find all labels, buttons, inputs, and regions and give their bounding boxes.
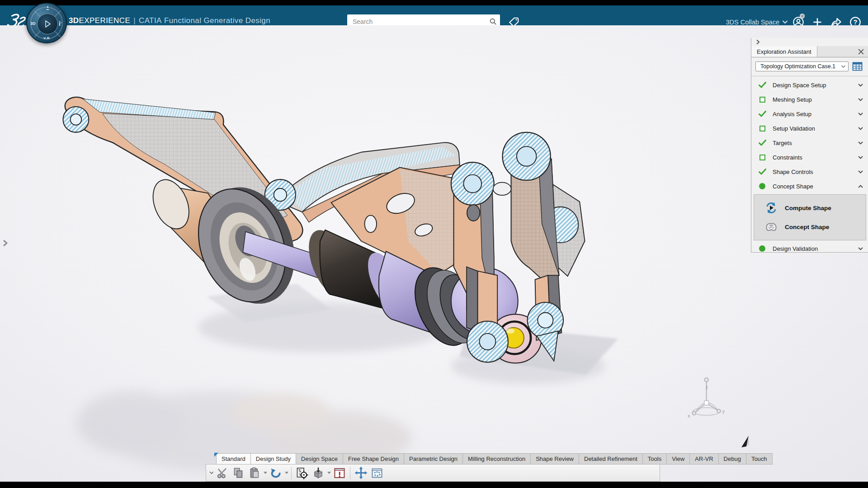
toolbar-overflow-chevron[interactable] bbox=[209, 465, 214, 480]
axis-x-label: x bbox=[688, 413, 690, 418]
pending-square-icon bbox=[758, 155, 767, 160]
chevron-down-icon[interactable] bbox=[858, 84, 863, 87]
exploration-assistant-panel: Exploration Assistant Topology Optimizat… bbox=[751, 38, 868, 253]
tab-design-space[interactable]: Design Space bbox=[296, 453, 343, 465]
play-icon bbox=[42, 19, 52, 29]
concept-shape-actions: Compute Shape Concept Shape bbox=[754, 194, 866, 240]
close-icon[interactable] bbox=[858, 48, 864, 55]
panel-title: Exploration Assistant bbox=[751, 46, 817, 57]
panel-header: Exploration Assistant bbox=[751, 46, 868, 57]
assistant-step-targets[interactable]: Targets bbox=[751, 136, 868, 150]
tab-free-shape-design[interactable]: Free Shape Design bbox=[343, 453, 404, 465]
toolbar-separator bbox=[350, 467, 350, 479]
alert-window-icon bbox=[333, 467, 346, 479]
window-bottom-strip bbox=[0, 482, 868, 488]
insert-options-chevron[interactable] bbox=[326, 465, 331, 480]
chevron-down-icon[interactable] bbox=[858, 127, 863, 130]
brand-3d: 3D bbox=[69, 16, 79, 25]
title-separator: | bbox=[130, 16, 139, 25]
toolbar-separator bbox=[291, 467, 292, 479]
app-subtitle: Functional Generative Design bbox=[162, 16, 270, 25]
assistant-step-meshing-setup[interactable]: Meshing Setup bbox=[751, 92, 868, 107]
pending-square-icon bbox=[758, 97, 767, 103]
assistant-step-design-validation[interactable]: Design Validation bbox=[751, 241, 868, 256]
chevron-down-icon bbox=[841, 65, 845, 68]
tab-debug[interactable]: Debug bbox=[719, 453, 746, 465]
left-panel-expander[interactable] bbox=[2, 239, 8, 247]
tab-design-study[interactable]: Design Study bbox=[251, 453, 296, 465]
chevron-down-icon[interactable] bbox=[858, 98, 863, 101]
tab-detailed-refinement[interactable]: Detailed Refinement bbox=[579, 453, 643, 465]
tab-touch[interactable]: Touch bbox=[746, 453, 773, 465]
paste-button[interactable] bbox=[246, 465, 263, 480]
tab-view[interactable]: View bbox=[667, 453, 690, 465]
compass-vr-quadrant[interactable]: V.R bbox=[43, 36, 50, 40]
paste-options-chevron[interactable] bbox=[263, 465, 268, 480]
tab-shape-review[interactable]: Shape Review bbox=[531, 453, 579, 465]
right-rear-arm[interactable] bbox=[493, 132, 559, 285]
assistant-step-analysis-setup[interactable]: Analysis Setup bbox=[751, 107, 868, 121]
tab-standard[interactable]: Standard bbox=[216, 453, 251, 465]
tab-tools[interactable]: Tools bbox=[643, 453, 667, 465]
check-icon bbox=[758, 169, 767, 175]
search-input[interactable] bbox=[347, 18, 486, 25]
preview-window-icon bbox=[371, 467, 383, 479]
copy-button[interactable] bbox=[230, 465, 246, 480]
undo-button[interactable] bbox=[268, 465, 284, 480]
case-selector-dropdown[interactable]: Topology Optimization Case.1 bbox=[755, 61, 849, 71]
axis-triad[interactable]: z x y bbox=[688, 378, 725, 418]
compass-3d-quadrant[interactable]: 3D bbox=[30, 21, 36, 26]
actionbar-tools bbox=[206, 464, 660, 482]
move-arrows-icon bbox=[354, 466, 368, 479]
pending-square-icon bbox=[758, 126, 767, 131]
active-dot-icon bbox=[758, 245, 767, 252]
tab-parametric-design[interactable]: Parametric Design bbox=[404, 453, 463, 465]
concept-shape-icon bbox=[765, 221, 778, 233]
app-name: CATIA bbox=[139, 16, 162, 25]
active-dot-icon bbox=[758, 183, 767, 189]
paste-icon bbox=[249, 467, 261, 479]
app-title: 3DEXPERIENCE|CATIA Functional Generative… bbox=[69, 16, 270, 25]
tab-milling-reconstruction[interactable]: Milling Reconstruction bbox=[463, 453, 531, 465]
results-table-icon[interactable] bbox=[852, 62, 863, 71]
tab-ar-vr[interactable]: AR-VR bbox=[690, 453, 718, 465]
chevron-down-icon[interactable] bbox=[858, 113, 863, 116]
assistant-step-setup-validation[interactable]: Setup Validation bbox=[751, 121, 868, 136]
report-alert-button[interactable] bbox=[331, 465, 348, 480]
chevron-down-icon[interactable] bbox=[858, 141, 863, 145]
panel-collapse-strip[interactable] bbox=[751, 38, 868, 46]
cut-button[interactable] bbox=[214, 465, 230, 480]
assistant-step-constraints[interactable]: Constraints bbox=[751, 150, 868, 164]
assistant-step-concept-shape[interactable]: Concept Shape bbox=[751, 179, 868, 193]
preview-window-button[interactable] bbox=[369, 465, 385, 480]
chevron-down-icon[interactable] bbox=[858, 247, 863, 250]
compass-play-button[interactable] bbox=[37, 14, 58, 34]
update-parameters-button[interactable] bbox=[294, 465, 310, 480]
compute-shape-action[interactable]: Compute Shape bbox=[754, 198, 866, 217]
move-button[interactable] bbox=[353, 465, 369, 480]
undo-history-chevron[interactable] bbox=[284, 465, 289, 480]
undo-icon bbox=[269, 467, 282, 479]
compass-social-quadrant[interactable] bbox=[46, 6, 50, 10]
chevron-up-icon[interactable] bbox=[858, 185, 863, 188]
concept-shape-action[interactable]: Concept Shape bbox=[754, 217, 866, 236]
3d-viewport[interactable]: z x y bbox=[0, 25, 868, 482]
collab-space-selector[interactable]: 3DS Collab Space bbox=[726, 19, 788, 26]
collapse-chevron-icon bbox=[756, 39, 760, 45]
assistant-step-design-space-setup[interactable]: Design Space Setup bbox=[751, 78, 868, 92]
check-icon bbox=[758, 140, 767, 146]
actionbar-corner-marker bbox=[214, 453, 218, 457]
3dexperience-compass[interactable]: 3D V.R bbox=[26, 3, 67, 43]
chevron-down-icon[interactable] bbox=[858, 156, 863, 159]
insert-model-button[interactable] bbox=[310, 465, 326, 480]
notification-dot bbox=[800, 14, 805, 19]
search-icon[interactable] bbox=[486, 17, 500, 26]
check-icon bbox=[758, 111, 767, 117]
chevron-down-icon[interactable] bbox=[858, 170, 863, 174]
actionbar-tabs: Standard Design Study Design Space Free … bbox=[216, 453, 773, 465]
compass-info-quadrant[interactable] bbox=[58, 21, 62, 26]
collab-space-label: 3DS Collab Space bbox=[726, 19, 780, 26]
suspension-assembly-model: z x y bbox=[0, 25, 868, 482]
insert-part-icon bbox=[312, 467, 325, 479]
assistant-step-shape-controls[interactable]: Shape Controls bbox=[751, 164, 868, 179]
